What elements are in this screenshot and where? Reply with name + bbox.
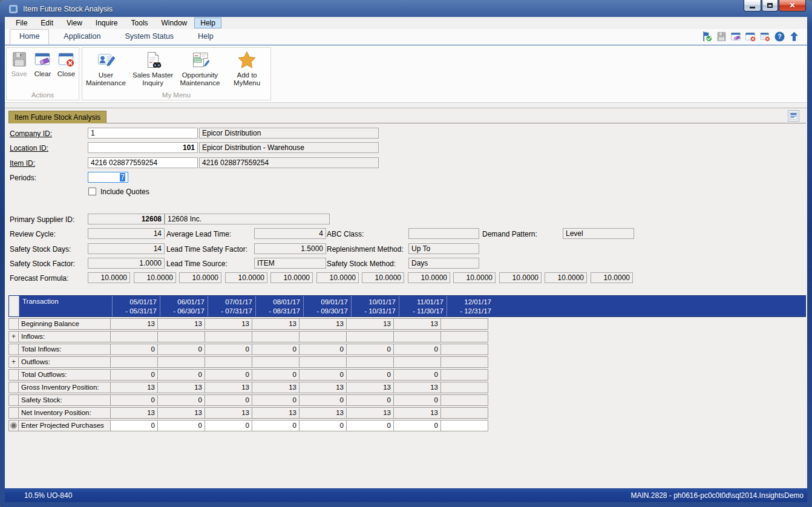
app-icon xyxy=(8,4,18,14)
row-label: Total Outflows: xyxy=(18,369,111,381)
table-row-inflows: +Inflows: xyxy=(8,331,488,342)
cell-inflows-col2 xyxy=(157,331,205,342)
user-maintenance-button[interactable]: User Maintenance xyxy=(82,49,129,88)
help-icon[interactable]: ? xyxy=(774,31,785,42)
flag-check-icon[interactable] xyxy=(701,31,713,42)
cell-gross-inventory-position-col2: 13 xyxy=(157,382,205,393)
period-column-header-4: 08/01/17- 08/31/17 xyxy=(255,296,303,316)
cell-total-outflows-col6: 0 xyxy=(346,369,394,381)
clear-button[interactable]: Clear xyxy=(31,49,54,79)
include-quotes-checkbox[interactable] xyxy=(88,188,96,195)
menu-bar: FileEditViewInquireToolsWindowHelp xyxy=(5,17,807,29)
forecast-formula-field-3: 10.0000 xyxy=(179,272,221,283)
safety-stock-factor-field: 1.0000 xyxy=(88,258,165,269)
add-to-mymenu-button[interactable]: Add to MyMenu xyxy=(223,49,270,88)
user-maintenance-icon xyxy=(96,50,116,70)
table-row-net-inventory-position: Net Inventory Position:13131313131313 xyxy=(8,407,488,419)
collapse-ribbon-icon[interactable] xyxy=(788,31,800,42)
ribbon-tab-help[interactable]: Help xyxy=(188,29,223,44)
item-id-label[interactable]: Item ID: xyxy=(10,159,35,168)
item-id-input[interactable]: 4216 028877559254 xyxy=(88,157,198,168)
cell-enter-projected-purchases-col3[interactable]: 0 xyxy=(205,420,252,431)
save-button-label: Save xyxy=(11,70,27,78)
cell-enter-projected-purchases-col7[interactable]: 0 xyxy=(393,420,441,431)
cell-total-outflows-col2: 0 xyxy=(157,369,205,381)
average-lead-time-field: 4 xyxy=(254,228,326,239)
maximize-button[interactable] xyxy=(762,0,778,11)
abc-class-label: ABC Class: xyxy=(327,230,364,238)
clear-icon xyxy=(34,50,52,68)
company-id-label[interactable]: Company ID: xyxy=(10,129,52,138)
cell-total-outflows-col7: 0 xyxy=(393,369,441,381)
cell-safety-stock-col2: 0 xyxy=(157,394,205,406)
menu-edit[interactable]: Edit xyxy=(34,18,59,28)
company-name-field: Epicor Distribution xyxy=(199,128,379,139)
forecast-formula-field-7: 10.0000 xyxy=(362,272,404,283)
cell-total-inflows-col7: 0 xyxy=(393,344,441,355)
cell-inflows-col5 xyxy=(299,331,347,342)
periods-input[interactable]: 7 xyxy=(88,172,128,183)
menu-view[interactable]: View xyxy=(61,18,88,28)
cell-enter-projected-purchases-col1[interactable]: 0 xyxy=(110,420,158,431)
company-id-input[interactable]: 1 xyxy=(88,128,198,139)
cell-total-outflows-col4: 0 xyxy=(252,369,300,381)
cell-beginning-balance-col7: 13 xyxy=(393,318,441,330)
row-gutter-cell xyxy=(8,407,19,419)
periods-selected-text: 7 xyxy=(120,173,125,182)
table-row-gross-inventory-position: Gross Inventory Position:13131313131313 xyxy=(8,382,488,393)
cell-safety-stock-col8 xyxy=(440,394,488,406)
cell-inflows-col8 xyxy=(440,331,488,342)
actions-group-label: Actions xyxy=(7,91,79,99)
content-panel: Item Future Stock Analysis Company ID: 1… xyxy=(5,108,807,488)
close-button[interactable]: Close xyxy=(54,49,78,79)
cell-enter-projected-purchases-col2[interactable]: 0 xyxy=(157,420,205,431)
opportunity-maintenance-button[interactable]: Opportunity Maintenance xyxy=(177,49,224,88)
sales-master-inquiry-button[interactable]: Sales Master Inquiry xyxy=(129,49,177,88)
cell-enter-projected-purchases-col4[interactable]: 0 xyxy=(252,420,300,431)
location-id-label[interactable]: Location ID: xyxy=(10,144,48,152)
client-area: FileEditViewInquireToolsWindowHelp HomeA… xyxy=(5,17,807,502)
expand-icon[interactable]: + xyxy=(8,331,19,342)
maximize-icon xyxy=(767,3,773,8)
menu-tools[interactable]: Tools xyxy=(125,18,154,28)
cell-gross-inventory-position-col4: 13 xyxy=(252,382,300,393)
cell-enter-projected-purchases-col5[interactable]: 0 xyxy=(299,420,347,431)
save-icon[interactable] xyxy=(716,31,727,42)
delete-grid-icon[interactable] xyxy=(759,31,771,42)
close-icon: ✕ xyxy=(789,1,795,10)
cell-enter-projected-purchases-col8[interactable] xyxy=(440,420,488,431)
ribbon-tab-home[interactable]: Home xyxy=(10,29,49,45)
menu-help[interactable]: Help xyxy=(194,18,221,28)
cell-enter-projected-purchases-col6[interactable]: 0 xyxy=(346,420,394,431)
lead-time-source-label: Lead Time Source: xyxy=(166,260,228,268)
add-to-mymenu-button-label: Add to MyMenu xyxy=(225,71,269,87)
ribbon-tab-system-status[interactable]: System Status xyxy=(116,29,184,44)
cell-total-inflows-col4: 0 xyxy=(252,344,300,355)
location-id-input[interactable]: 101 xyxy=(88,142,198,153)
cell-net-inventory-position-col5: 13 xyxy=(299,407,347,419)
opportunity-maintenance-button-label: Opportunity Maintenance xyxy=(178,71,222,87)
document-tab[interactable]: Item Future Stock Analysis xyxy=(8,111,106,123)
save-button[interactable]: Save xyxy=(7,49,31,79)
clear-icon[interactable] xyxy=(730,31,742,42)
menu-window[interactable]: Window xyxy=(156,18,194,28)
expand-icon[interactable]: + xyxy=(8,356,19,368)
include-quotes-label[interactable]: Include Quotes xyxy=(100,188,149,196)
row-label: Inflows: xyxy=(18,331,111,342)
replenishment-method-field: Up To xyxy=(408,243,479,254)
menu-file[interactable]: File xyxy=(10,18,33,28)
ribbon-group-mymenu: User MaintenanceSales Master InquiryOppo… xyxy=(82,47,271,100)
cell-outflows-col8 xyxy=(440,356,488,368)
add-to-mymenu-icon xyxy=(237,50,257,70)
menu-inquire[interactable]: Inquire xyxy=(90,18,124,28)
table-row-total-outflows: Total Outflows:0000000 xyxy=(8,369,488,381)
tab-separator-line xyxy=(8,123,806,123)
ribbon-tab-application[interactable]: Application xyxy=(54,29,110,44)
window-list-icon[interactable] xyxy=(788,110,799,122)
close-window-icon[interactable] xyxy=(745,31,756,42)
window-controls: ✕ xyxy=(743,0,806,11)
cell-beginning-balance-col3: 13 xyxy=(205,318,252,330)
period-column-header-8: 12/01/17- 12/31/17 xyxy=(447,296,494,316)
minimize-button[interactable] xyxy=(744,0,761,11)
close-button[interactable]: ✕ xyxy=(779,0,806,11)
